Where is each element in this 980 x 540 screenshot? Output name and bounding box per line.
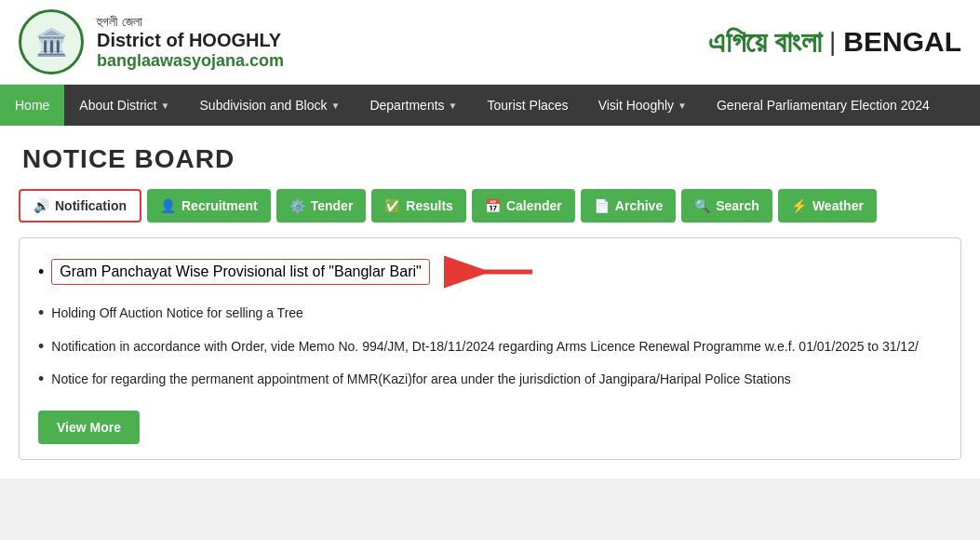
district-name: District of HOOGHLY <box>97 30 284 51</box>
chevron-down-icon: ▼ <box>449 101 458 111</box>
tender-icon: ⚙️ <box>289 198 305 213</box>
nav-visit-hooghly[interactable]: Visit Hooghly ▼ <box>584 85 702 126</box>
pipe-separator: | <box>829 27 836 57</box>
tab-calender[interactable]: 📅 Calender <box>472 189 575 223</box>
tab-notification[interactable]: 🔊 Notification <box>19 189 141 223</box>
navbar: Home About District ▼ Subdivision and Bl… <box>0 85 980 126</box>
notification-icon: 🔊 <box>34 198 49 213</box>
district-emblem: 🏛️ <box>19 9 84 74</box>
bullet-4: • <box>38 370 44 390</box>
bengali-title: হুগলী জেলা <box>97 14 284 30</box>
notice-item-4: • Notice for regarding the permanent app… <box>38 370 942 390</box>
tab-tender[interactable]: ⚙️ Tender <box>276 189 367 223</box>
nav-about-district[interactable]: About District ▼ <box>64 85 184 126</box>
chevron-down-icon: ▼ <box>161 101 170 111</box>
weather-icon: ⚡ <box>791 198 807 213</box>
notice-item-2: • Holding Off Auction Notice for selling… <box>38 304 942 324</box>
red-arrow-icon <box>430 253 542 290</box>
notice-text-4[interactable]: Notice for regarding the permanent appoi… <box>51 370 791 389</box>
notice-text-3[interactable]: Notification in accordance with Order, v… <box>51 337 919 357</box>
nav-home[interactable]: Home <box>0 85 64 126</box>
nav-election-label: General Parliamentary Election 2024 <box>717 98 930 113</box>
notice-text-1[interactable]: Gram Panchayat Wise Provisional list of … <box>51 259 429 285</box>
main-content: NOTICE BOARD 🔊 Notification 👤 Recruitmen… <box>0 126 980 479</box>
nav-tourist-places[interactable]: Tourist Places <box>472 85 583 126</box>
calender-icon: 📅 <box>485 198 501 213</box>
tab-archive-label: Archive <box>615 198 663 213</box>
nav-subdivision-block[interactable]: Subdivision and Block ▼ <box>185 85 356 126</box>
tab-calender-label: Calender <box>506 198 562 213</box>
tab-search[interactable]: 🔍 Search <box>681 189 772 223</box>
bengal-logo-block: এগিয়ে বাংলা | BENGAL <box>708 25 961 60</box>
notice-item-1: • Gram Panchayat Wise Provisional list o… <box>38 253 942 290</box>
notice-item-3: • Notification in accordance with Order,… <box>38 337 942 358</box>
tab-weather-label: Weather <box>812 198 864 213</box>
nav-tourist-places-label: Tourist Places <box>487 98 568 113</box>
chevron-down-icon: ▼ <box>678 101 687 111</box>
nav-election[interactable]: General Parliamentary Election 2024 <box>702 85 945 126</box>
tab-tender-label: Tender <box>311 198 354 213</box>
bengal-bengali-text: এগিয়ে বাংলা <box>708 25 822 60</box>
results-icon: ✅ <box>384 198 400 213</box>
nav-departments[interactable]: Departments ▼ <box>355 85 472 126</box>
tab-recruitment-label: Recruitment <box>181 198 258 213</box>
bullet-3: • <box>38 337 44 358</box>
header-left: 🏛️ হুগলী জেলা District of HOOGHLY bangla… <box>19 9 284 74</box>
tab-archive[interactable]: 📄 Archive <box>581 189 676 223</box>
view-more-button[interactable]: View More <box>38 411 140 444</box>
bullet-1: • <box>38 263 44 282</box>
search-icon: 🔍 <box>694 198 710 213</box>
notice-box: • Gram Panchayat Wise Provisional list o… <box>19 237 961 460</box>
bengal-english-text: BENGAL <box>843 26 961 58</box>
notice-tabs: 🔊 Notification 👤 Recruitment ⚙️ Tender ✅… <box>19 189 961 223</box>
tab-results[interactable]: ✅ Results <box>371 189 466 223</box>
nav-home-label: Home <box>15 98 49 113</box>
notice-board-title: NOTICE BOARD <box>19 144 961 174</box>
header-text-block: হুগলী জেলা District of HOOGHLY banglaawa… <box>97 14 284 71</box>
tab-notification-label: Notification <box>55 198 127 213</box>
tab-weather[interactable]: ⚡ Weather <box>778 189 877 223</box>
chevron-down-icon: ▼ <box>331 101 341 111</box>
nav-subdivision-label: Subdivision and Block <box>200 98 328 113</box>
tab-search-label: Search <box>716 198 759 213</box>
recruitment-icon: 👤 <box>160 198 176 213</box>
tab-recruitment[interactable]: 👤 Recruitment <box>147 189 271 223</box>
nav-departments-label: Departments <box>369 98 444 113</box>
bullet-2: • <box>38 304 44 324</box>
tab-results-label: Results <box>406 198 453 213</box>
header: 🏛️ হুগলী জেলা District of HOOGHLY bangla… <box>0 0 980 85</box>
website-url: banglaawasyojana.com <box>97 51 284 71</box>
nav-visit-hooghly-label: Visit Hooghly <box>598 98 674 113</box>
notice-text-2[interactable]: Holding Off Auction Notice for selling a… <box>51 304 303 323</box>
nav-about-district-label: About District <box>79 98 156 113</box>
archive-icon: 📄 <box>594 198 610 213</box>
